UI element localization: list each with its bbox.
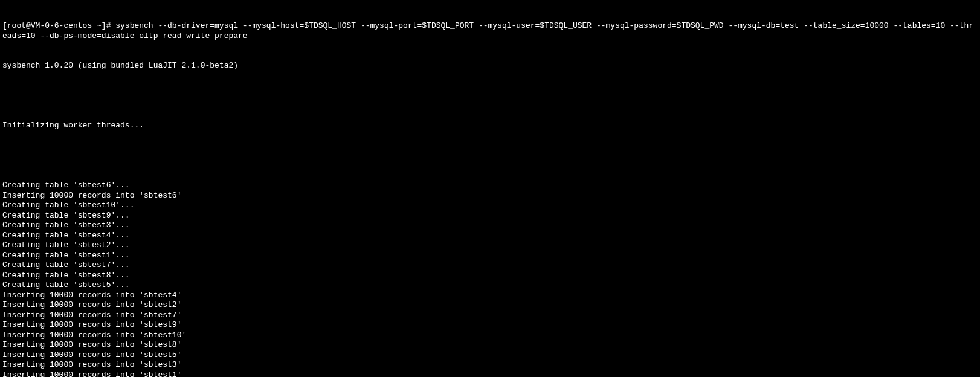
- output-line: Inserting 10000 records into 'sbtest5': [2, 350, 978, 361]
- output-line: Creating table 'sbtest10'...: [2, 201, 978, 211]
- output-line: Creating table 'sbtest8'...: [2, 271, 978, 281]
- output-line: Creating table 'sbtest1'...: [2, 251, 978, 261]
- blank-line: [2, 151, 978, 161]
- output-line: Inserting 10000 records into 'sbtest6': [2, 191, 978, 201]
- output-line: Creating table 'sbtest4'...: [2, 231, 978, 241]
- output-line: Inserting 10000 records into 'sbtest3': [2, 360, 978, 370]
- output-line: Creating table 'sbtest5'...: [2, 280, 978, 291]
- output-line: Creating table 'sbtest2'...: [2, 240, 978, 251]
- command-prompt-line: [root@VM-0-6-centos ~]# sysbench --db-dr…: [2, 21, 978, 41]
- output-line: Creating table 'sbtest9'...: [2, 211, 978, 221]
- blank-line: [2, 91, 978, 102]
- output-line: Inserting 10000 records into 'sbtest7': [2, 311, 978, 321]
- init-threads-line: Initializing worker threads...: [2, 121, 978, 131]
- output-line: Inserting 10000 records into 'sbtest9': [2, 320, 978, 330]
- output-line: Inserting 10000 records into 'sbtest1': [2, 370, 978, 378]
- output-line: Creating table 'sbtest3'...: [2, 221, 978, 231]
- output-line: Creating table 'sbtest6'...: [2, 181, 978, 191]
- output-line: Inserting 10000 records into 'sbtest8': [2, 340, 978, 350]
- output-line: Inserting 10000 records into 'sbtest2': [2, 300, 978, 311]
- version-line: sysbench 1.0.20 (using bundled LuaJIT 2.…: [2, 61, 978, 71]
- output-line: Inserting 10000 records into 'sbtest4': [2, 291, 978, 301]
- output-line: Inserting 10000 records into 'sbtest10': [2, 330, 978, 341]
- terminal-output[interactable]: [root@VM-0-6-centos ~]# sysbench --db-dr…: [0, 0, 980, 377]
- output-container: Creating table 'sbtest6'...Inserting 100…: [2, 181, 978, 377]
- output-line: Creating table 'sbtest7'...: [2, 260, 978, 271]
